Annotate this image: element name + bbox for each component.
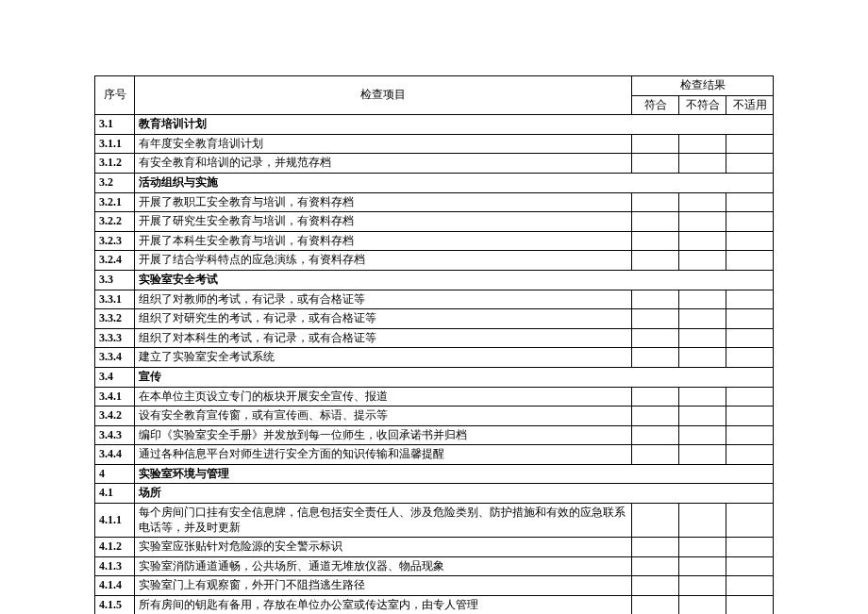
result-cell (679, 192, 726, 212)
result-cell (679, 387, 726, 407)
table-row: 3.3.3组织了对本科生的考试，有记录，或有合格证等 (95, 328, 774, 348)
table-row: 3.1.2有安全教育和培训的记录，并规范存档 (95, 154, 774, 174)
result-cell (632, 504, 679, 538)
item-text: 开展了本科生安全教育与培训，有资料存档 (135, 231, 632, 251)
result-cell (679, 290, 726, 309)
row-number: 3.2.4 (95, 251, 135, 271)
row-number: 4.1 (95, 484, 135, 504)
table-row: 4.1.5所有房间的钥匙有备用，存放在单位办公室或传达室内，由专人管理 (95, 596, 774, 614)
result-cell (679, 328, 726, 348)
row-number: 4.1.5 (95, 596, 135, 614)
result-cell (726, 556, 774, 576)
result-cell (679, 556, 726, 576)
result-cell (632, 425, 679, 445)
header-pass: 符合 (632, 95, 679, 115)
result-cell (679, 596, 726, 614)
result-cell (632, 556, 679, 576)
item-text: 组织了对教师的考试，有记录，或有合格证等 (135, 290, 632, 309)
table-row: 4实验室环境与管理 (95, 464, 774, 484)
item-text: 有年度安全教育培训计划 (135, 134, 632, 154)
row-number: 3.4.4 (95, 445, 135, 465)
table-row: 3.2.4开展了结合学科特点的应急演练，有资料存档 (95, 251, 774, 271)
row-number: 3.4.2 (95, 407, 135, 426)
table-row: 3.4.2设有安全教育宣传窗，或有宣传画、标语、提示等 (95, 407, 774, 426)
table-row: 3.2活动组织与实施 (95, 173, 774, 192)
result-cell (679, 231, 726, 251)
result-cell (632, 538, 679, 557)
row-number: 3.3.3 (95, 328, 135, 348)
result-cell (726, 290, 774, 309)
result-cell (632, 348, 679, 368)
row-number: 3.3.4 (95, 348, 135, 368)
row-number: 3.4 (95, 367, 135, 387)
result-cell (726, 328, 774, 348)
item-text: 有安全教育和培训的记录，并规范存档 (135, 154, 632, 174)
row-number: 3.2 (95, 173, 135, 192)
result-cell (726, 538, 774, 557)
result-cell (726, 504, 774, 538)
row-number: 4.1.1 (95, 504, 135, 538)
item-text: 每个房间门口挂有安全信息牌，信息包括安全责任人、涉及危险类别、防护措施和有效的应… (135, 504, 632, 538)
result-cell (679, 576, 726, 596)
row-number: 3.3 (95, 270, 135, 290)
item-text: 在本单位主页设立专门的板块开展安全宣传、报道 (135, 387, 632, 407)
item-text: 开展了教职工安全教育与培训，有资料存档 (135, 192, 632, 212)
item-text: 组织了对研究生的考试，有记录，或有合格证等 (135, 309, 632, 329)
item-text: 开展了结合学科特点的应急演练，有资料存档 (135, 251, 632, 271)
header-item: 检查项目 (135, 76, 632, 115)
item-text: 建立了实验室安全考试系统 (135, 348, 632, 368)
row-number: 3.3.2 (95, 309, 135, 329)
table-row: 3.3实验室安全考试 (95, 270, 774, 290)
item-text: 实验室应张贴针对危险源的安全警示标识 (135, 538, 632, 557)
result-cell (679, 425, 726, 445)
row-number: 4.1.4 (95, 576, 135, 596)
result-cell (726, 192, 774, 212)
item-text: 实验室消防通道通畅，公共场所、通道无堆放仪器、物品现象 (135, 556, 632, 576)
result-cell (726, 425, 774, 445)
table-row: 3.4.3编印《实验室安全手册》并发放到每一位师生，收回承诺书并归档 (95, 425, 774, 445)
result-cell (679, 504, 726, 538)
table-row: 3.1教育培训计划 (95, 115, 774, 135)
header-seq: 序号 (95, 76, 135, 115)
row-number: 3.2.2 (95, 212, 135, 232)
section-title: 场所 (135, 484, 774, 504)
result-cell (632, 251, 679, 271)
section-title: 实验室环境与管理 (135, 464, 774, 484)
row-number: 3.3.1 (95, 290, 135, 309)
result-cell (726, 407, 774, 426)
row-number: 3.2.1 (95, 192, 135, 212)
table-row: 3.3.2组织了对研究生的考试，有记录，或有合格证等 (95, 309, 774, 329)
result-cell (632, 154, 679, 174)
table-row: 3.3.4建立了实验室安全考试系统 (95, 348, 774, 368)
table-row: 4.1.2实验室应张贴针对危险源的安全警示标识 (95, 538, 774, 557)
result-cell (632, 212, 679, 232)
row-number: 3.1.2 (95, 154, 135, 174)
result-cell (679, 212, 726, 232)
result-cell (679, 309, 726, 329)
table-row: 4.1.4实验室门上有观察窗，外开门不阻挡逃生路径 (95, 576, 774, 596)
row-number: 3.4.1 (95, 387, 135, 407)
result-cell (632, 290, 679, 309)
item-text: 编印《实验室安全手册》并发放到每一位师生，收回承诺书并归档 (135, 425, 632, 445)
result-cell (726, 596, 774, 614)
row-number: 3.4.3 (95, 425, 135, 445)
table-row: 3.3.1组织了对教师的考试，有记录，或有合格证等 (95, 290, 774, 309)
result-cell (679, 348, 726, 368)
table-row: 3.1.1有年度安全教育培训计划 (95, 134, 774, 154)
item-text: 组织了对本科生的考试，有记录，或有合格证等 (135, 328, 632, 348)
header-row-1: 序号 检查项目 检查结果 (95, 76, 774, 96)
result-cell (726, 387, 774, 407)
result-cell (679, 251, 726, 271)
result-cell (632, 231, 679, 251)
result-cell (726, 348, 774, 368)
result-cell (632, 407, 679, 426)
checklist-table: 序号 检查项目 检查结果 符合 不符合 不适用 3.1教育培训计划3.1.1有年… (94, 75, 774, 614)
section-title: 活动组织与实施 (135, 173, 774, 192)
table-row: 3.4宣传 (95, 367, 774, 387)
item-text: 实验室门上有观察窗，外开门不阻挡逃生路径 (135, 576, 632, 596)
table-row: 3.4.1在本单位主页设立专门的板块开展安全宣传、报道 (95, 387, 774, 407)
row-number: 4.1.3 (95, 556, 135, 576)
row-number: 3.1.1 (95, 134, 135, 154)
result-cell (726, 154, 774, 174)
item-text: 所有房间的钥匙有备用，存放在单位办公室或传达室内，由专人管理 (135, 596, 632, 614)
